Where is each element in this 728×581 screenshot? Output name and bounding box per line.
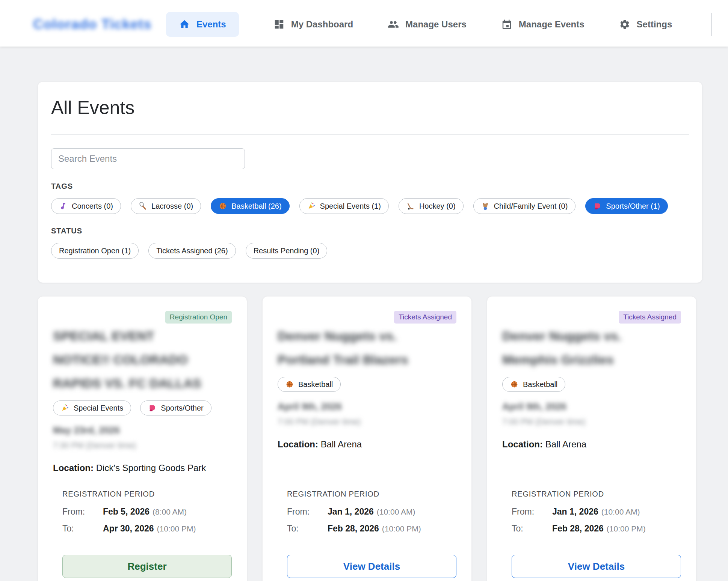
event-location: Location: Dick's Sporting Goods Park	[53, 463, 232, 473]
music-note-icon	[59, 202, 67, 210]
status-chip-registration-open[interactable]: Registration Open (1)	[51, 243, 139, 259]
registration-period-label: REGISTRATION PERIOD	[62, 490, 232, 498]
tags-label: TAGS	[51, 182, 689, 191]
registration-from-row: From: Jan 1, 2026 (10:00 AM)	[512, 506, 681, 518]
register-button[interactable]: Register	[62, 555, 232, 578]
event-title: SPECIAL EVENT NOTICE!! COLORADO RAPIDS V…	[53, 324, 232, 395]
event-tag-special-events: Special Events	[53, 400, 131, 415]
tag-chip-basketball[interactable]: Basketball (26)	[211, 198, 289, 214]
event-card-nuggets-blazers: Tickets Assigned Denver Nuggets vs. Port…	[262, 296, 472, 581]
tag-chip-lacrosse[interactable]: Lacrosse (0)	[131, 198, 201, 214]
nav-item-manage-events[interactable]: Manage Events	[501, 19, 585, 30]
confetti-icon	[307, 202, 316, 210]
event-time: 7:30 PM (Denver time)	[53, 441, 232, 450]
registration-period-label: REGISTRATION PERIOD	[287, 490, 456, 498]
basketball-icon	[219, 202, 227, 210]
gear-icon	[619, 19, 630, 30]
event-date: May 23rd, 2026	[53, 425, 232, 436]
status-chip-row: Registration Open (1) Tickets Assigned (…	[51, 243, 689, 259]
basketball-icon	[285, 380, 294, 388]
nav-divider	[711, 13, 712, 36]
all-events-panel: All Events TAGS Concerts (0) Lacrosse (0…	[38, 81, 702, 283]
status-chip-tickets-assigned[interactable]: Tickets Assigned (26)	[148, 243, 236, 259]
nav-item-settings[interactable]: Settings	[619, 19, 672, 30]
title-divider	[51, 134, 689, 135]
event-tag-basketball: Basketball	[278, 377, 341, 392]
lacrosse-icon	[139, 202, 147, 210]
view-details-button[interactable]: View Details	[287, 555, 456, 578]
hockey-icon	[406, 202, 415, 210]
event-date: April 9th, 2026	[278, 401, 456, 412]
event-time: 7:00 PM (Denver time)	[502, 417, 681, 427]
event-time: 7:00 PM (Denver time)	[278, 417, 456, 427]
nav-item-events[interactable]: Events	[166, 12, 239, 37]
status-badge: Tickets Assigned	[619, 311, 681, 324]
event-tags: Basketball	[278, 377, 456, 392]
event-location: Location: Ball Arena	[278, 439, 456, 450]
top-nav: Colorado Tickets Events My Dashboard Man…	[0, 0, 728, 47]
nav-item-label: Manage Users	[405, 19, 467, 30]
event-card-grid: Registration Open SPECIAL EVENT NOTICE!!…	[38, 296, 728, 581]
event-card-nuggets-grizzlies: Tickets Assigned Denver Nuggets vs. Memp…	[487, 296, 696, 581]
registration-from-row: From: Jan 1, 2026 (10:00 AM)	[287, 506, 456, 518]
event-tags: Special Events Sports/Other	[53, 400, 232, 415]
page-title: All Events	[51, 97, 689, 119]
event-tag-basketball: Basketball	[502, 377, 565, 392]
registration-period-label: REGISTRATION PERIOD	[512, 490, 681, 498]
boxing-glove-icon	[593, 202, 601, 210]
tag-chip-special-events[interactable]: Special Events (1)	[299, 198, 389, 214]
status-label: STATUS	[51, 227, 689, 235]
tag-chip-row: Concerts (0) Lacrosse (0) Basketball (26…	[51, 198, 689, 214]
event-title: Denver Nuggets vs. Memphis Grizzlies	[502, 324, 681, 372]
status-badge: Registration Open	[165, 311, 232, 324]
nav-item-my-dashboard[interactable]: My Dashboard	[273, 19, 353, 30]
dashboard-icon	[273, 19, 285, 30]
registration-to-row: To: Feb 28, 2026 (10:00 PM)	[287, 523, 456, 534]
view-details-button[interactable]: View Details	[512, 555, 681, 578]
boxing-glove-icon	[148, 404, 156, 412]
search-input[interactable]	[51, 148, 245, 169]
registration-period-block: REGISTRATION PERIOD From: Jan 1, 2026 (1…	[502, 490, 681, 578]
event-card-rapids: Registration Open SPECIAL EVENT NOTICE!!…	[38, 296, 247, 581]
basketball-icon	[510, 380, 518, 388]
home-icon	[179, 19, 190, 30]
calendar-icon	[501, 19, 512, 30]
status-chip-results-pending[interactable]: Results Pending (0)	[246, 243, 328, 259]
registration-period-block: REGISTRATION PERIOD From: Feb 5, 2026 (8…	[53, 490, 232, 578]
status-badge: Tickets Assigned	[394, 311, 456, 324]
app-logo: Colorado Tickets	[33, 17, 148, 32]
tag-chip-concerts[interactable]: Concerts (0)	[51, 198, 121, 214]
confetti-icon	[61, 404, 69, 412]
event-location: Location: Ball Arena	[502, 439, 681, 450]
people-icon	[388, 19, 399, 30]
event-tags: Basketball	[502, 377, 681, 392]
registration-to-row: To: Apr 30, 2026 (10:00 PM)	[62, 523, 232, 534]
nav-item-manage-users[interactable]: Manage Users	[388, 19, 467, 30]
nav-item-label: Settings	[637, 19, 672, 30]
event-date: April 9th, 2026	[502, 401, 681, 412]
tag-chip-child-family[interactable]: Child/Family Event (0)	[473, 198, 576, 214]
registration-to-row: To: Feb 28, 2026 (10:00 PM)	[512, 523, 681, 534]
registration-from-row: From: Feb 5, 2026 (8:00 AM)	[62, 506, 232, 518]
nav-item-label: Manage Events	[519, 19, 585, 30]
registration-period-block: REGISTRATION PERIOD From: Jan 1, 2026 (1…	[278, 490, 456, 578]
teddy-bear-icon	[481, 202, 489, 210]
tag-chip-hockey[interactable]: Hockey (0)	[399, 198, 464, 214]
tag-chip-sports-other[interactable]: Sports/Other (1)	[585, 198, 668, 214]
event-title: Denver Nuggets vs. Portland Trail Blazer…	[278, 324, 456, 372]
nav-item-label: Events	[196, 19, 226, 30]
nav-item-label: My Dashboard	[291, 19, 353, 30]
nav-items: Events My Dashboard Manage Users Manage …	[166, 12, 707, 37]
event-tag-sports-other: Sports/Other	[140, 400, 211, 415]
